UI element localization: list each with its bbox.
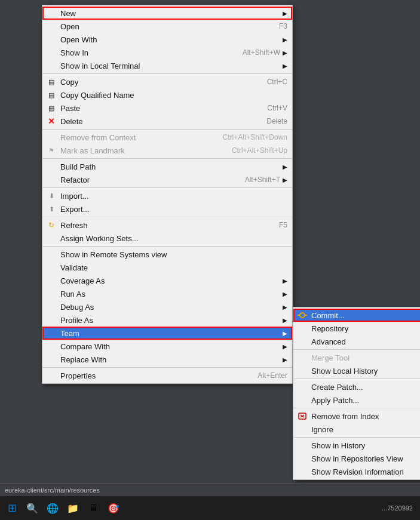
separator-3 — [42, 158, 292, 159]
svg-point-0 — [300, 313, 305, 318]
submenu-separator-2 — [293, 379, 420, 379]
menu-item-assign-working[interactable]: Assign Working Sets... — [42, 232, 292, 245]
taskbar-icon-start[interactable]: ⊞ — [2, 499, 22, 518]
landmark-icon: ⚑ — [46, 145, 57, 156]
menu-item-export[interactable]: ⬆ Export... — [42, 202, 292, 216]
refresh-icon: ↻ — [46, 220, 57, 230]
submenu-item-show-repos-view[interactable]: Show in Repositories View — [293, 452, 420, 465]
submenu-item-merge-tool: Merge Tool — [293, 351, 420, 364]
menu-item-show-remote[interactable]: Show in Remote Systems view — [42, 248, 292, 261]
submenu-item-apply-patch[interactable]: Apply Patch... — [293, 393, 420, 407]
menu-item-compare-with[interactable]: Compare With ▶ — [42, 340, 292, 353]
taskbar-icon-terminal[interactable]: 🖥 — [84, 499, 103, 518]
remove-index-icon — [297, 411, 308, 421]
submenu-separator-1 — [293, 349, 420, 350]
menu-item-build-path[interactable]: Build Path ▶ — [42, 160, 292, 173]
separator-5 — [42, 217, 292, 217]
taskbar: ⊞ 🔍 🌐 📁 🖥 🎯 ...7520992 — [0, 496, 420, 520]
menu-item-show-in[interactable]: Show In Alt+Shift+W ▶ — [42, 46, 292, 59]
taskbar-icon-folder[interactable]: 📁 — [63, 499, 82, 518]
submenu-item-create-patch[interactable]: Create Patch... — [293, 380, 420, 393]
menu-item-delete[interactable]: ✕ Delete Delete — [42, 115, 292, 128]
copy-qualified-icon: ▤ — [46, 90, 57, 100]
taskbar-icon-search[interactable]: 🔍 — [23, 499, 42, 518]
menu-item-run-as[interactable]: Run As ▶ — [42, 287, 292, 300]
menu-item-new[interactable]: New ▶ — [42, 7, 292, 20]
menu-item-show-local-terminal[interactable]: Show in Local Terminal ▶ — [42, 59, 292, 72]
submenu-separator-4 — [293, 437, 420, 438]
taskbar-icon-app[interactable]: 🎯 — [104, 499, 123, 518]
submenu-item-show-local-history[interactable]: Show Local History — [293, 364, 420, 377]
separator-2 — [42, 129, 292, 130]
menu-item-open[interactable]: Open F3 — [42, 20, 292, 33]
submenu-item-ignore[interactable]: Ignore — [293, 423, 420, 436]
submenu-separator-3 — [293, 408, 420, 408]
team-submenu: Commit... Ctrl+# Repository ▶ Advanced ▶… — [293, 307, 420, 480]
submenu-item-show-history[interactable]: Show in History — [293, 439, 420, 452]
context-menu: New ▶ Open F3 Open With ▶ Show In Alt+Sh… — [42, 5, 293, 384]
submenu-item-advanced[interactable]: Advanced ▶ — [293, 335, 420, 348]
path-bar-text: eureka-client/src/main/resources — [5, 487, 100, 494]
submenu-item-commit[interactable]: Commit... Ctrl+# — [293, 309, 420, 322]
separator-6 — [42, 246, 292, 247]
import-icon: ⬇ — [46, 190, 57, 201]
separator-1 — [42, 73, 292, 74]
menu-item-copy-qualified[interactable]: ▤ Copy Qualified Name — [42, 88, 292, 101]
menu-item-refresh[interactable]: ↻ Refresh F5 — [42, 219, 292, 232]
delete-icon: ✕ — [46, 116, 57, 127]
menu-item-validate[interactable]: Validate — [42, 261, 292, 274]
menu-item-open-with[interactable]: Open With ▶ — [42, 33, 292, 46]
menu-item-import[interactable]: ⬇ Import... — [42, 189, 292, 202]
menu-item-coverage-as[interactable]: Coverage As ▶ — [42, 274, 292, 287]
separator-4 — [42, 187, 292, 188]
ignore-icon — [297, 424, 308, 435]
taskbar-icon-browser[interactable]: 🌐 — [43, 499, 62, 518]
submenu-item-repository[interactable]: Repository ▶ — [293, 322, 420, 335]
menu-item-replace-with[interactable]: Replace With ▶ — [42, 353, 292, 366]
submenu-item-show-revision[interactable]: Show Revision Information — [293, 465, 420, 478]
menu-item-profile-as[interactable]: Profile As ▶ — [42, 313, 292, 327]
commit-icon — [297, 310, 308, 321]
separator-7 — [42, 367, 292, 368]
taskbar-time: ...7520992 — [382, 504, 418, 512]
menu-item-team[interactable]: Team ▶ — [42, 327, 292, 340]
menu-item-refactor[interactable]: Refactor Alt+Shift+T ▶ — [42, 173, 292, 186]
menu-item-remove-context: Remove from Context Ctrl+Alt+Shift+Down — [42, 131, 292, 144]
menu-item-mark-landmark: ⚑ Mark as Landmark Ctrl+Alt+Shift+Up — [42, 144, 292, 157]
menu-item-debug-as[interactable]: Debug As ▶ — [42, 300, 292, 313]
export-icon: ⬆ — [46, 204, 57, 214]
path-bar: eureka-client/src/main/resources — [0, 483, 420, 496]
submenu-item-remove-index[interactable]: Remove from Index — [293, 410, 420, 423]
paste-icon: ▤ — [46, 103, 57, 113]
copy-icon: ▤ — [46, 76, 57, 87]
menu-item-paste[interactable]: ▤ Paste Ctrl+V — [42, 101, 292, 115]
menu-item-properties[interactable]: Properties Alt+Enter — [42, 369, 292, 382]
menu-item-copy[interactable]: ▤ Copy Ctrl+C — [42, 75, 292, 88]
